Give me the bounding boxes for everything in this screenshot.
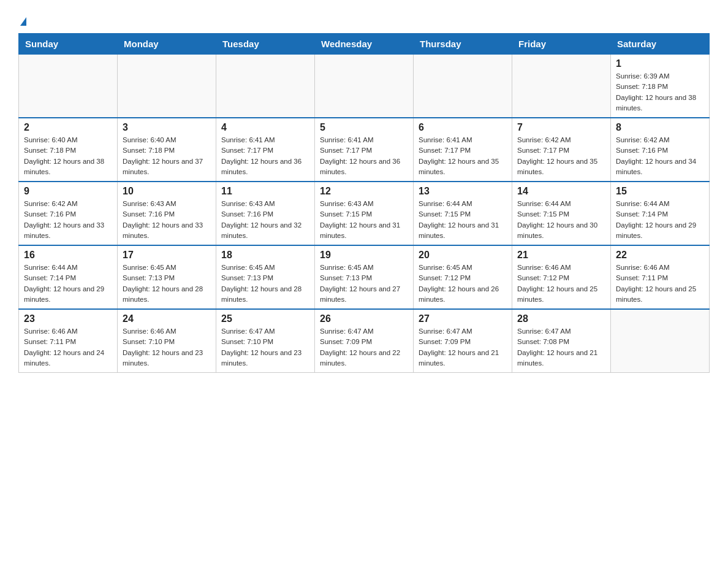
page-header (18, 12, 710, 27)
day-info: Sunrise: 6:47 AMSunset: 7:09 PMDaylight:… (320, 326, 408, 369)
calendar-cell: 20Sunrise: 6:45 AMSunset: 7:12 PMDayligh… (414, 245, 512, 309)
calendar-cell: 13Sunrise: 6:44 AMSunset: 7:15 PMDayligh… (414, 182, 512, 245)
weekday-header-wednesday: Wednesday (315, 34, 414, 55)
day-info: Sunrise: 6:45 AMSunset: 7:13 PMDaylight:… (320, 262, 408, 305)
day-info: Sunrise: 6:45 AMSunset: 7:12 PMDaylight:… (419, 262, 507, 305)
day-number: 19 (320, 250, 408, 261)
calendar-cell: 23Sunrise: 6:46 AMSunset: 7:11 PMDayligh… (19, 309, 118, 373)
calendar-week-row: 1Sunrise: 6:39 AMSunset: 7:18 PMDaylight… (19, 55, 710, 118)
weekday-header-tuesday: Tuesday (216, 34, 315, 55)
day-info: Sunrise: 6:40 AMSunset: 7:18 PMDaylight:… (123, 135, 211, 177)
calendar-cell (512, 55, 611, 118)
calendar-cell: 17Sunrise: 6:45 AMSunset: 7:13 PMDayligh… (118, 245, 216, 309)
day-number: 4 (221, 122, 309, 133)
calendar-cell: 8Sunrise: 6:42 AMSunset: 7:16 PMDaylight… (611, 118, 710, 182)
day-info: Sunrise: 6:43 AMSunset: 7:16 PMDaylight:… (123, 199, 211, 241)
calendar-cell: 26Sunrise: 6:47 AMSunset: 7:09 PMDayligh… (315, 309, 414, 373)
day-info: Sunrise: 6:42 AMSunset: 7:16 PMDaylight:… (616, 135, 704, 177)
day-info: Sunrise: 6:45 AMSunset: 7:13 PMDaylight:… (221, 262, 309, 305)
day-number: 3 (123, 122, 211, 133)
day-info: Sunrise: 6:43 AMSunset: 7:15 PMDaylight:… (320, 199, 408, 241)
calendar-cell (216, 55, 315, 118)
calendar-cell (315, 55, 414, 118)
day-number: 2 (24, 122, 112, 133)
calendar-cell: 14Sunrise: 6:44 AMSunset: 7:15 PMDayligh… (512, 182, 611, 245)
day-info: Sunrise: 6:39 AMSunset: 7:18 PMDaylight:… (616, 71, 704, 113)
day-number: 23 (24, 313, 112, 324)
day-number: 26 (320, 313, 408, 324)
day-number: 1 (616, 58, 704, 69)
calendar-cell: 16Sunrise: 6:44 AMSunset: 7:14 PMDayligh… (19, 245, 118, 309)
calendar-cell: 7Sunrise: 6:42 AMSunset: 7:17 PMDaylight… (512, 118, 611, 182)
day-info: Sunrise: 6:44 AMSunset: 7:14 PMDaylight:… (24, 262, 112, 305)
day-info: Sunrise: 6:46 AMSunset: 7:11 PMDaylight:… (24, 326, 112, 369)
day-info: Sunrise: 6:47 AMSunset: 7:08 PMDaylight:… (517, 326, 605, 369)
calendar-cell: 15Sunrise: 6:44 AMSunset: 7:14 PMDayligh… (611, 182, 710, 245)
day-number: 17 (123, 250, 211, 261)
calendar-cell: 9Sunrise: 6:42 AMSunset: 7:16 PMDaylight… (19, 182, 118, 245)
day-info: Sunrise: 6:46 AMSunset: 7:12 PMDaylight:… (517, 262, 605, 305)
weekday-header-friday: Friday (512, 34, 611, 55)
calendar-cell: 2Sunrise: 6:40 AMSunset: 7:18 PMDaylight… (19, 118, 118, 182)
calendar-cell: 18Sunrise: 6:45 AMSunset: 7:13 PMDayligh… (216, 245, 315, 309)
day-number: 10 (123, 186, 211, 197)
calendar-week-row: 23Sunrise: 6:46 AMSunset: 7:11 PMDayligh… (19, 309, 710, 373)
day-info: Sunrise: 6:47 AMSunset: 7:09 PMDaylight:… (419, 326, 507, 369)
calendar-week-row: 16Sunrise: 6:44 AMSunset: 7:14 PMDayligh… (19, 245, 710, 309)
day-number: 22 (616, 250, 704, 261)
weekday-header-thursday: Thursday (414, 34, 512, 55)
logo (18, 12, 26, 27)
calendar-header-row: SundayMondayTuesdayWednesdayThursdayFrid… (19, 34, 710, 55)
day-number: 11 (221, 186, 309, 197)
calendar-cell: 10Sunrise: 6:43 AMSunset: 7:16 PMDayligh… (118, 182, 216, 245)
day-info: Sunrise: 6:47 AMSunset: 7:10 PMDaylight:… (221, 326, 309, 369)
day-info: Sunrise: 6:42 AMSunset: 7:16 PMDaylight:… (24, 199, 112, 241)
weekday-header-saturday: Saturday (611, 34, 710, 55)
calendar-cell (19, 55, 118, 118)
calendar-cell: 21Sunrise: 6:46 AMSunset: 7:12 PMDayligh… (512, 245, 611, 309)
day-number: 12 (320, 186, 408, 197)
day-info: Sunrise: 6:43 AMSunset: 7:16 PMDaylight:… (221, 199, 309, 241)
day-number: 7 (517, 122, 605, 133)
day-number: 14 (517, 186, 605, 197)
calendar-cell: 22Sunrise: 6:46 AMSunset: 7:11 PMDayligh… (611, 245, 710, 309)
calendar-cell: 1Sunrise: 6:39 AMSunset: 7:18 PMDaylight… (611, 55, 710, 118)
day-number: 21 (517, 250, 605, 261)
day-info: Sunrise: 6:44 AMSunset: 7:15 PMDaylight:… (419, 199, 507, 241)
calendar-cell: 19Sunrise: 6:45 AMSunset: 7:13 PMDayligh… (315, 245, 414, 309)
calendar-table: SundayMondayTuesdayWednesdayThursdayFrid… (18, 33, 710, 373)
day-number: 9 (24, 186, 112, 197)
day-info: Sunrise: 6:41 AMSunset: 7:17 PMDaylight:… (320, 135, 408, 177)
day-info: Sunrise: 6:40 AMSunset: 7:18 PMDaylight:… (24, 135, 112, 177)
day-number: 5 (320, 122, 408, 133)
calendar-cell: 28Sunrise: 6:47 AMSunset: 7:08 PMDayligh… (512, 309, 611, 373)
calendar-cell: 6Sunrise: 6:41 AMSunset: 7:17 PMDaylight… (414, 118, 512, 182)
day-number: 8 (616, 122, 704, 133)
day-number: 24 (123, 313, 211, 324)
calendar-week-row: 9Sunrise: 6:42 AMSunset: 7:16 PMDaylight… (19, 182, 710, 245)
day-info: Sunrise: 6:44 AMSunset: 7:14 PMDaylight:… (616, 199, 704, 241)
day-number: 28 (517, 313, 605, 324)
calendar-cell: 27Sunrise: 6:47 AMSunset: 7:09 PMDayligh… (414, 309, 512, 373)
weekday-header-monday: Monday (118, 34, 216, 55)
calendar-cell: 4Sunrise: 6:41 AMSunset: 7:17 PMDaylight… (216, 118, 315, 182)
day-info: Sunrise: 6:41 AMSunset: 7:17 PMDaylight:… (221, 135, 309, 177)
calendar-cell: 3Sunrise: 6:40 AMSunset: 7:18 PMDaylight… (118, 118, 216, 182)
day-number: 25 (221, 313, 309, 324)
calendar-cell: 24Sunrise: 6:46 AMSunset: 7:10 PMDayligh… (118, 309, 216, 373)
day-info: Sunrise: 6:42 AMSunset: 7:17 PMDaylight:… (517, 135, 605, 177)
calendar-cell (118, 55, 216, 118)
day-info: Sunrise: 6:45 AMSunset: 7:13 PMDaylight:… (123, 262, 211, 305)
calendar-cell (611, 309, 710, 373)
calendar-cell: 5Sunrise: 6:41 AMSunset: 7:17 PMDaylight… (315, 118, 414, 182)
day-number: 27 (419, 313, 507, 324)
day-info: Sunrise: 6:46 AMSunset: 7:10 PMDaylight:… (123, 326, 211, 369)
calendar-week-row: 2Sunrise: 6:40 AMSunset: 7:18 PMDaylight… (19, 118, 710, 182)
day-number: 6 (419, 122, 507, 133)
day-number: 15 (616, 186, 704, 197)
calendar-cell: 25Sunrise: 6:47 AMSunset: 7:10 PMDayligh… (216, 309, 315, 373)
calendar-cell: 11Sunrise: 6:43 AMSunset: 7:16 PMDayligh… (216, 182, 315, 245)
day-number: 18 (221, 250, 309, 261)
calendar-cell: 12Sunrise: 6:43 AMSunset: 7:15 PMDayligh… (315, 182, 414, 245)
day-info: Sunrise: 6:44 AMSunset: 7:15 PMDaylight:… (517, 199, 605, 241)
